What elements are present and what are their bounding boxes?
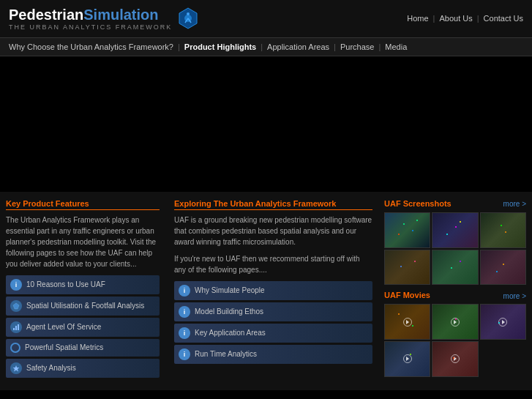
feature-icon-4 <box>10 343 20 353</box>
svg-rect-8 <box>18 324 19 330</box>
logo-icon <box>178 7 198 30</box>
feature-label-3: Agent Level Of Service <box>26 323 101 331</box>
main-content: Key Product Features The Urban Analytics… <box>0 192 532 390</box>
mid-icon-4: i <box>179 348 190 360</box>
movie-1[interactable] <box>384 304 430 340</box>
mid-item-1[interactable]: i Why Simulate People <box>174 281 372 300</box>
logo-text: PedestrianSimulation The Urban Analytics… <box>9 6 172 31</box>
hero-area <box>0 56 532 192</box>
col-right: UAF Screenshots more > <box>380 199 526 383</box>
movies-grid <box>384 304 526 376</box>
movie-5[interactable] <box>432 341 478 377</box>
subnav-why[interactable]: Why Choose the Urban Analytics Framework… <box>9 42 173 51</box>
col-mid: Exploring The Urban Analytics Framework … <box>167 199 380 383</box>
mid-label-2: Model Building Ethos <box>195 307 263 316</box>
play-icon-5 <box>451 354 460 363</box>
subnav-highlights[interactable]: Product Highlights <box>184 42 256 51</box>
movies-header: UAF Movies more > <box>384 291 526 301</box>
logo-ped: Pedestrian <box>9 7 83 23</box>
feature-item-2[interactable]: Spatial Utilisation & Footfall Analysis <box>6 297 160 316</box>
svg-point-2 <box>187 12 190 15</box>
feature-label-4: Powerful Spatial Metrics <box>25 343 103 351</box>
screenshots-header: UAF Screenshots more > <box>384 199 526 209</box>
mid-icon-2: i <box>179 306 190 318</box>
top-nav: Home | About Us | Contact Us <box>407 14 523 23</box>
logo-area: PedestrianSimulation The Urban Analytics… <box>9 6 198 31</box>
nav-contact[interactable]: Contact Us <box>484 14 523 23</box>
subnav-media[interactable]: Media <box>385 42 407 51</box>
feature-icon-3 <box>10 321 22 333</box>
nav-about[interactable]: About Us <box>439 14 472 23</box>
screenshot-4[interactable] <box>384 250 430 286</box>
screenshot-2[interactable] <box>432 212 478 248</box>
left-section-title: Key Product Features <box>6 199 160 210</box>
mid-section-title: Exploring The Urban Analytics Framework <box>174 199 372 210</box>
screenshot-1[interactable] <box>384 212 430 248</box>
screenshot-6[interactable] <box>480 250 526 286</box>
screenshots-grid <box>384 212 526 285</box>
sep1: | <box>433 14 435 23</box>
feature-item-5[interactable]: Safety Analysis <box>6 359 160 378</box>
screenshot-3[interactable] <box>480 212 526 248</box>
logo-subtitle: The Urban Analytics Framework <box>9 23 172 31</box>
mid-section-text1: UAF is a ground breaking new pedestrian … <box>174 215 372 247</box>
subnav-app-areas[interactable]: Application Areas <box>267 42 329 51</box>
left-section-text: The Urban Analytics Framework plays an e… <box>6 215 160 269</box>
play-icon-1 <box>403 318 412 327</box>
mid-section-text2: If you're new to UAF then we recommend s… <box>174 253 372 275</box>
mid-label-1: Why Simulate People <box>195 286 265 294</box>
mid-item-3[interactable]: i Key Application Areas <box>174 324 372 343</box>
feature-label-5: Safety Analysis <box>26 364 76 372</box>
svg-rect-6 <box>13 328 15 330</box>
feature-label-2: Spatial Utilisation & Footfall Analysis <box>26 302 144 310</box>
col-left: Key Product Features The Urban Analytics… <box>6 199 167 383</box>
feature-icon-5 <box>10 362 22 374</box>
sub-nav: Why Choose the Urban Analytics Framework… <box>0 38 532 56</box>
screenshot-5[interactable] <box>432 250 478 286</box>
feature-icon-1: i <box>10 279 22 291</box>
feature-item-1[interactable]: i 10 Reasons to Use UAF <box>6 275 160 294</box>
mid-icon-3: i <box>179 327 190 339</box>
play-icon-4 <box>403 354 412 363</box>
screenshots-more[interactable]: more > <box>503 200 526 208</box>
mid-item-2[interactable]: i Model Building Ethos <box>174 302 372 321</box>
feature-item-4[interactable]: Powerful Spatial Metrics <box>6 339 160 357</box>
feature-icon-2 <box>10 300 22 312</box>
screenshots-title: UAF Screenshots <box>384 199 452 209</box>
mid-icon-1: i <box>179 285 190 297</box>
nav-home[interactable]: Home <box>407 14 428 23</box>
svg-marker-9 <box>13 365 20 372</box>
movies-more[interactable]: more > <box>503 292 526 300</box>
subnav-purchase[interactable]: Purchase <box>340 42 374 51</box>
logo-main: PedestrianSimulation <box>9 6 172 23</box>
movie-2[interactable] <box>432 304 478 340</box>
mid-item-4[interactable]: i Run Time Analytics <box>174 345 372 364</box>
svg-rect-7 <box>15 326 17 330</box>
movie-3[interactable] <box>480 304 526 340</box>
mid-label-4: Run Time Analytics <box>195 350 257 358</box>
movies-title: UAF Movies <box>384 291 430 301</box>
feature-label-1: 10 Reasons to Use UAF <box>26 280 105 288</box>
logo-sim: Simulation <box>83 7 158 23</box>
svg-marker-5 <box>13 303 19 309</box>
feature-item-3[interactable]: Agent Level Of Service <box>6 318 160 337</box>
header: PedestrianSimulation The Urban Analytics… <box>0 0 532 38</box>
play-icon-3 <box>498 318 507 327</box>
sep2: | <box>477 14 479 23</box>
mid-label-3: Key Application Areas <box>195 329 266 337</box>
movie-4[interactable] <box>384 341 430 377</box>
